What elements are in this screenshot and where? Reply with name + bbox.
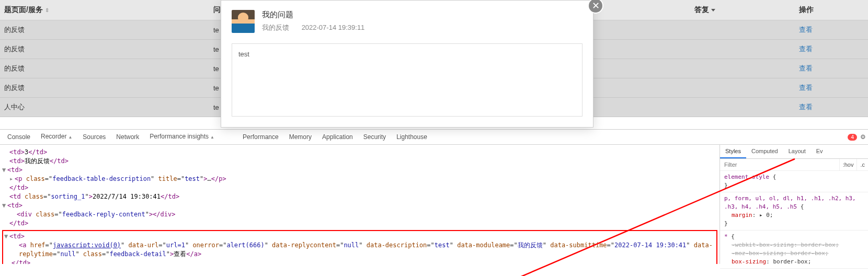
view-link[interactable]: 查看 bbox=[799, 45, 813, 53]
tab-recorder[interactable]: Recorder bbox=[36, 129, 77, 145]
tab-memory[interactable]: Memory bbox=[284, 130, 317, 145]
cell-page: 的反馈 bbox=[0, 40, 209, 59]
styles-tab-layout[interactable]: Layout bbox=[783, 145, 811, 158]
error-badge[interactable]: 4 bbox=[848, 134, 857, 141]
cell-reply bbox=[690, 98, 795, 117]
col-reply[interactable]: 答复 bbox=[690, 0, 795, 20]
cls-toggle[interactable]: .c bbox=[856, 159, 868, 170]
cell-page: 人中心 bbox=[0, 98, 209, 117]
modal-source: 我的反馈 bbox=[262, 24, 289, 31]
col-op[interactable]: 操作 bbox=[795, 0, 868, 20]
modal-body: test bbox=[232, 43, 583, 117]
cell-page: 的反馈 bbox=[0, 78, 209, 98]
devtools: Console Recorder Sources Network Perform… bbox=[0, 129, 868, 264]
rule-margin[interactable]: p, form, ul, ol, dl, h1, .h1, .h2, h3, .… bbox=[720, 192, 868, 231]
rule-star[interactable]: * { -webkit-box-sizing: border-box; -moz… bbox=[720, 231, 868, 269]
styles-filter-input[interactable] bbox=[720, 159, 839, 170]
view-link[interactable]: 查看 bbox=[799, 64, 813, 72]
highlighted-node: ▼<td> <a href="javascript:void(0)" data-… bbox=[2, 230, 717, 264]
rule-element-style[interactable]: element.style {} bbox=[720, 171, 868, 192]
modal-title: 我的问题 bbox=[262, 10, 375, 20]
feedback-modal: ✕ 我的问题 我的反馈 2022-07-14 19:39:11 test bbox=[221, 0, 593, 128]
view-link[interactable]: 查看 bbox=[799, 84, 813, 91]
tab-network[interactable]: Network bbox=[111, 130, 144, 145]
cell-reply bbox=[690, 40, 795, 59]
view-link[interactable]: 查看 bbox=[799, 26, 813, 33]
tab-security[interactable]: Security bbox=[358, 130, 391, 145]
cell-reply bbox=[690, 20, 795, 40]
avatar bbox=[232, 10, 255, 33]
styles-tab-ev[interactable]: Ev bbox=[811, 145, 828, 158]
styles-panel: Styles Computed Layout Ev :hov .c elemen… bbox=[719, 145, 868, 264]
modal-time: 2022-07-14 19:39:11 bbox=[302, 24, 365, 31]
tab-application[interactable]: Application bbox=[317, 130, 358, 145]
cell-reply bbox=[690, 59, 795, 78]
devtools-tabs: Console Recorder Sources Network Perform… bbox=[0, 130, 868, 145]
col-page[interactable]: 题页面/服务 bbox=[0, 0, 209, 20]
tab-lighthouse[interactable]: Lighthouse bbox=[391, 130, 432, 145]
styles-tab-computed[interactable]: Computed bbox=[746, 145, 783, 158]
cell-page: 的反馈 bbox=[0, 59, 209, 78]
tab-sources[interactable]: Sources bbox=[77, 130, 111, 145]
view-link[interactable]: 查看 bbox=[799, 103, 813, 111]
styles-tab-styles[interactable]: Styles bbox=[720, 145, 746, 158]
tab-performance[interactable]: Performance bbox=[237, 130, 284, 145]
cell-page: 的反馈 bbox=[0, 20, 209, 40]
tab-console[interactable]: Console bbox=[2, 130, 36, 145]
settings-icon[interactable]: ⚙ bbox=[860, 133, 866, 141]
tab-perf-insights[interactable]: Performance insights bbox=[144, 129, 220, 145]
dom-tree[interactable]: <td>3</td> <td>我的反馈</td> ▼<td> ▸<p class… bbox=[0, 145, 719, 264]
cell-reply bbox=[690, 78, 795, 98]
hov-toggle[interactable]: :hov bbox=[839, 159, 857, 170]
